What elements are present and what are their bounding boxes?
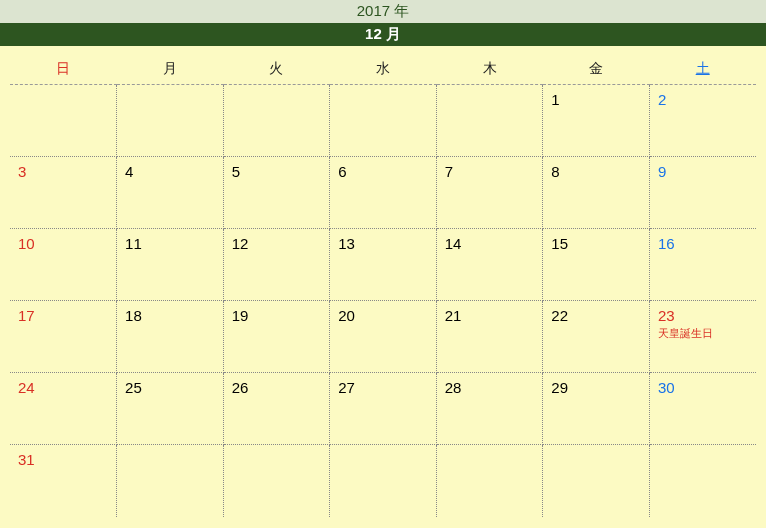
day-cell[interactable]: 17: [10, 301, 117, 373]
weekday-wed: 水: [330, 56, 437, 85]
day-cell[interactable]: 14: [436, 229, 543, 301]
day-cell[interactable]: 10: [10, 229, 117, 301]
day-cell[interactable]: 29: [543, 373, 650, 445]
day-cell[interactable]: 12: [223, 229, 330, 301]
day-cell[interactable]: 11: [117, 229, 224, 301]
day-cell[interactable]: 4: [117, 157, 224, 229]
day-cell[interactable]: 27: [330, 373, 437, 445]
day-cell[interactable]: 7: [436, 157, 543, 229]
calendar-table: 日 月 火 水 木 金 土 1 2 3 4 5 6 7 8 9 1: [10, 56, 756, 517]
day-cell[interactable]: [10, 85, 117, 157]
day-cell[interactable]: 25: [117, 373, 224, 445]
calendar-row: 3 4 5 6 7 8 9: [10, 157, 756, 229]
day-cell[interactable]: 20: [330, 301, 437, 373]
day-cell[interactable]: 3: [10, 157, 117, 229]
day-cell[interactable]: 2: [649, 85, 756, 157]
day-cell[interactable]: 5: [223, 157, 330, 229]
calendar-row: 1 2: [10, 85, 756, 157]
year-header: 2017 年: [0, 0, 766, 23]
weekday-sat[interactable]: 土: [649, 56, 756, 85]
day-cell[interactable]: 9: [649, 157, 756, 229]
day-cell[interactable]: [117, 445, 224, 517]
weekday-tue: 火: [223, 56, 330, 85]
day-cell[interactable]: [649, 445, 756, 517]
weekday-thu: 木: [436, 56, 543, 85]
day-cell[interactable]: 1: [543, 85, 650, 157]
day-cell[interactable]: 18: [117, 301, 224, 373]
day-cell[interactable]: 21: [436, 301, 543, 373]
day-cell[interactable]: [330, 85, 437, 157]
holiday-label: 天皇誕生日: [658, 326, 756, 341]
day-cell[interactable]: 8: [543, 157, 650, 229]
calendar-grid: 日 月 火 水 木 金 土 1 2 3 4 5 6 7 8 9 1: [0, 46, 766, 517]
month-header: 12 月: [0, 23, 766, 46]
day-cell[interactable]: 13: [330, 229, 437, 301]
day-cell[interactable]: 30: [649, 373, 756, 445]
day-cell[interactable]: [543, 445, 650, 517]
day-cell[interactable]: 15: [543, 229, 650, 301]
day-cell[interactable]: 24: [10, 373, 117, 445]
day-cell[interactable]: [223, 445, 330, 517]
weekday-sun: 日: [10, 56, 117, 85]
calendar-row: 31: [10, 445, 756, 517]
day-cell[interactable]: 28: [436, 373, 543, 445]
day-cell[interactable]: 16: [649, 229, 756, 301]
calendar-row: 10 11 12 13 14 15 16: [10, 229, 756, 301]
weekday-row: 日 月 火 水 木 金 土: [10, 56, 756, 85]
calendar-row: 24 25 26 27 28 29 30: [10, 373, 756, 445]
calendar-row: 17 18 19 20 21 22 23 天皇誕生日: [10, 301, 756, 373]
day-cell[interactable]: [436, 85, 543, 157]
day-number: 23: [658, 307, 675, 324]
weekday-mon: 月: [117, 56, 224, 85]
day-cell[interactable]: [223, 85, 330, 157]
day-cell[interactable]: 22: [543, 301, 650, 373]
day-cell[interactable]: [436, 445, 543, 517]
weekday-fri: 金: [543, 56, 650, 85]
day-cell[interactable]: [330, 445, 437, 517]
day-cell[interactable]: 31: [10, 445, 117, 517]
day-cell[interactable]: [117, 85, 224, 157]
day-cell-holiday[interactable]: 23 天皇誕生日: [649, 301, 756, 373]
day-cell[interactable]: 19: [223, 301, 330, 373]
day-cell[interactable]: 26: [223, 373, 330, 445]
day-cell[interactable]: 6: [330, 157, 437, 229]
